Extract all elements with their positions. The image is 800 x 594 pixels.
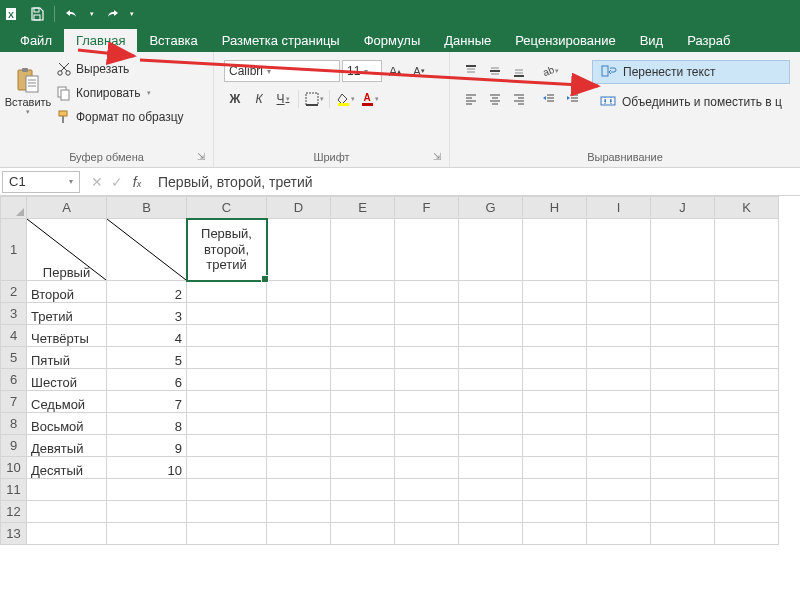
merge-center-button[interactable]: Объединить и поместить в ц	[592, 90, 790, 114]
cell-E9[interactable]	[331, 435, 395, 457]
format-painter-button[interactable]: Формат по образцу	[52, 106, 188, 128]
cell-E10[interactable]	[331, 457, 395, 479]
col-header-E[interactable]: E	[331, 197, 395, 219]
row-header-8[interactable]: 8	[1, 413, 27, 435]
col-header-F[interactable]: F	[395, 197, 459, 219]
cell-B13[interactable]	[107, 523, 187, 545]
worksheet-grid[interactable]: ABCDEFGHIJK1ПервыйПервый, второй, третий…	[0, 196, 800, 545]
border-button[interactable]	[303, 88, 325, 110]
cell-F4[interactable]	[395, 325, 459, 347]
cell-K9[interactable]	[715, 435, 779, 457]
cell-A10[interactable]: Десятый	[27, 457, 107, 479]
cell-K10[interactable]	[715, 457, 779, 479]
row-header-5[interactable]: 5	[1, 347, 27, 369]
cell-B12[interactable]	[107, 501, 187, 523]
align-right-icon[interactable]	[508, 88, 530, 110]
cell-G4[interactable]	[459, 325, 523, 347]
cell-J1[interactable]	[651, 219, 715, 281]
cell-G10[interactable]	[459, 457, 523, 479]
cell-K5[interactable]	[715, 347, 779, 369]
cell-J13[interactable]	[651, 523, 715, 545]
tab-file[interactable]: Файл	[8, 29, 64, 52]
align-left-icon[interactable]	[460, 88, 482, 110]
cell-E11[interactable]	[331, 479, 395, 501]
cell-I10[interactable]	[587, 457, 651, 479]
cell-K8[interactable]	[715, 413, 779, 435]
row-header-10[interactable]: 10	[1, 457, 27, 479]
cell-E6[interactable]	[331, 369, 395, 391]
cell-I13[interactable]	[587, 523, 651, 545]
cell-A5[interactable]: Пятый	[27, 347, 107, 369]
enter-formula-icon[interactable]: ✓	[108, 174, 126, 190]
cell-C10[interactable]	[187, 457, 267, 479]
cell-A4[interactable]: Четвёрты	[27, 325, 107, 347]
cell-H11[interactable]	[523, 479, 587, 501]
select-all-corner[interactable]	[1, 197, 27, 219]
cell-J2[interactable]	[651, 281, 715, 303]
cell-G7[interactable]	[459, 391, 523, 413]
cell-F3[interactable]	[395, 303, 459, 325]
cell-I6[interactable]	[587, 369, 651, 391]
cell-J3[interactable]	[651, 303, 715, 325]
cell-D2[interactable]	[267, 281, 331, 303]
font-size-combo[interactable]: 11▾	[342, 60, 382, 82]
row-header-4[interactable]: 4	[1, 325, 27, 347]
tab-data[interactable]: Данные	[432, 29, 503, 52]
cell-F7[interactable]	[395, 391, 459, 413]
col-header-B[interactable]: B	[107, 197, 187, 219]
cell-H12[interactable]	[523, 501, 587, 523]
cell-C1[interactable]: Первый, второй, третий	[187, 219, 267, 281]
cell-K12[interactable]	[715, 501, 779, 523]
cell-H3[interactable]	[523, 303, 587, 325]
cell-G6[interactable]	[459, 369, 523, 391]
cell-E8[interactable]	[331, 413, 395, 435]
cell-D9[interactable]	[267, 435, 331, 457]
align-top-icon[interactable]	[460, 60, 482, 82]
cell-C12[interactable]	[187, 501, 267, 523]
cell-C8[interactable]	[187, 413, 267, 435]
cell-B10[interactable]: 10	[107, 457, 187, 479]
cell-B7[interactable]: 7	[107, 391, 187, 413]
cell-F6[interactable]	[395, 369, 459, 391]
cell-F1[interactable]	[395, 219, 459, 281]
col-header-G[interactable]: G	[459, 197, 523, 219]
cell-D5[interactable]	[267, 347, 331, 369]
formula-input[interactable]	[152, 171, 800, 193]
cell-G5[interactable]	[459, 347, 523, 369]
tab-insert[interactable]: Вставка	[137, 29, 209, 52]
col-header-K[interactable]: K	[715, 197, 779, 219]
cell-A2[interactable]: Второй	[27, 281, 107, 303]
cell-A13[interactable]	[27, 523, 107, 545]
cell-F12[interactable]	[395, 501, 459, 523]
cell-G9[interactable]	[459, 435, 523, 457]
cell-I7[interactable]	[587, 391, 651, 413]
tab-review[interactable]: Рецензирование	[503, 29, 627, 52]
cell-C6[interactable]	[187, 369, 267, 391]
cell-G8[interactable]	[459, 413, 523, 435]
cell-D10[interactable]	[267, 457, 331, 479]
cell-C5[interactable]	[187, 347, 267, 369]
cell-C2[interactable]	[187, 281, 267, 303]
increase-font-icon[interactable]: A▴	[384, 60, 406, 82]
cell-C9[interactable]	[187, 435, 267, 457]
cell-C11[interactable]	[187, 479, 267, 501]
cell-B6[interactable]: 6	[107, 369, 187, 391]
cell-I11[interactable]	[587, 479, 651, 501]
cell-I5[interactable]	[587, 347, 651, 369]
cell-D7[interactable]	[267, 391, 331, 413]
cut-button[interactable]: Вырезать	[52, 58, 188, 80]
cell-J7[interactable]	[651, 391, 715, 413]
tab-view[interactable]: Вид	[628, 29, 676, 52]
cell-I8[interactable]	[587, 413, 651, 435]
cell-E13[interactable]	[331, 523, 395, 545]
cell-K7[interactable]	[715, 391, 779, 413]
cell-F13[interactable]	[395, 523, 459, 545]
underline-button[interactable]: Ч	[272, 88, 294, 110]
name-box[interactable]: C1 ▾	[2, 171, 80, 193]
row-header-2[interactable]: 2	[1, 281, 27, 303]
cell-H8[interactable]	[523, 413, 587, 435]
cell-F10[interactable]	[395, 457, 459, 479]
cell-D6[interactable]	[267, 369, 331, 391]
cell-J12[interactable]	[651, 501, 715, 523]
cell-I3[interactable]	[587, 303, 651, 325]
